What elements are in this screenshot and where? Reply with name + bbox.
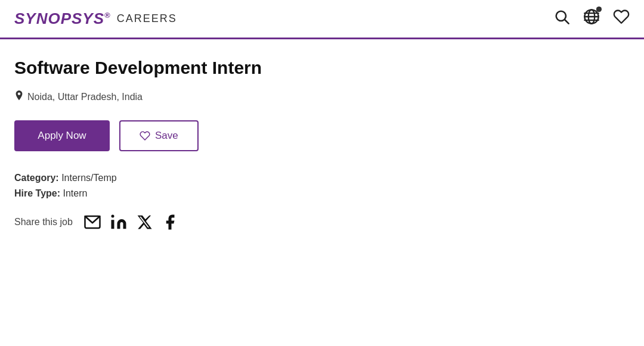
site-header: SYNOPSYS® CAREERS	[0, 0, 644, 39]
share-facebook-icon[interactable]	[161, 213, 179, 231]
share-linkedin-icon[interactable]	[110, 213, 128, 231]
logo-registered: ®	[104, 11, 111, 20]
job-title: Software Development Intern	[14, 57, 630, 79]
svg-line-1	[565, 20, 568, 23]
job-detail-main: Software Development Intern Noida, Uttar…	[0, 39, 644, 249]
hire-type-label: Hire Type:	[14, 188, 60, 198]
header-actions	[553, 8, 630, 29]
category-value: Interns/Temp	[61, 173, 116, 183]
logo-area: SYNOPSYS® CAREERS	[14, 10, 177, 28]
category-label: Category:	[14, 173, 59, 183]
category-row: Category: Interns/Temp	[14, 173, 630, 183]
saved-jobs-icon[interactable]	[613, 8, 630, 29]
heart-icon	[140, 130, 150, 141]
synopsys-logo: SYNOPSYS®	[14, 10, 111, 28]
share-label: Share this job	[14, 217, 73, 227]
svg-rect-8	[111, 220, 114, 229]
hire-type-value: Intern	[63, 188, 88, 198]
location-text: Noida, Uttar Pradesh, India	[27, 92, 143, 102]
share-email-icon[interactable]	[83, 213, 101, 231]
save-job-button[interactable]: Save	[119, 120, 199, 151]
apply-now-button[interactable]: Apply Now	[14, 120, 110, 151]
share-row: Share this job	[14, 213, 630, 231]
share-icons	[83, 213, 179, 231]
language-icon[interactable]	[583, 8, 600, 29]
search-icon[interactable]	[553, 8, 570, 29]
svg-point-9	[111, 215, 114, 218]
hire-type-row: Hire Type: Intern	[14, 188, 630, 199]
job-location: Noida, Uttar Pradesh, India	[14, 91, 630, 104]
job-actions: Apply Now Save	[14, 120, 630, 151]
location-pin-icon	[14, 91, 24, 104]
careers-label: CAREERS	[117, 13, 177, 25]
share-twitter-x-icon[interactable]	[136, 214, 153, 230]
